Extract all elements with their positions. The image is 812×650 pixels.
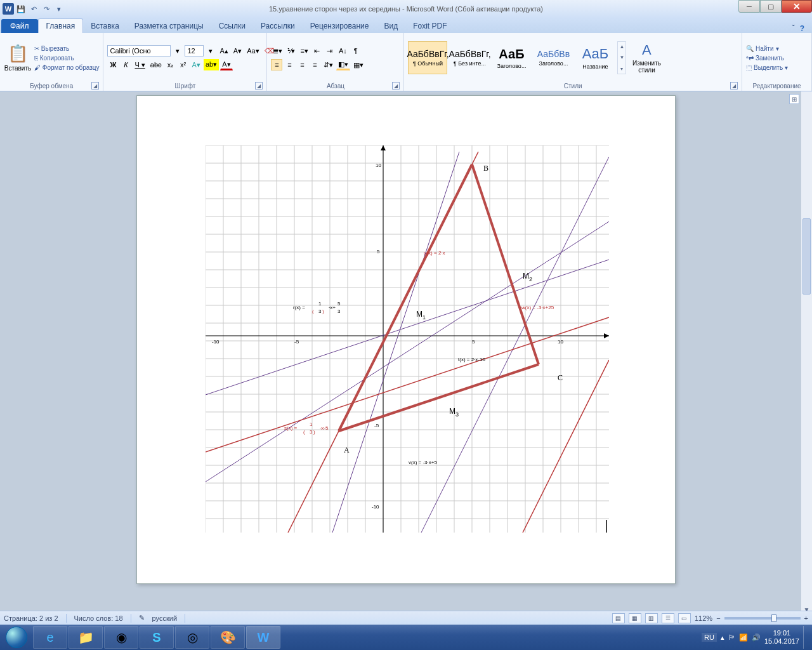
vertical-scrollbar[interactable]: ▼: [801, 91, 812, 614]
tab-foxit[interactable]: Foxit PDF: [405, 19, 454, 33]
select-button[interactable]: ⬚Выделить ▾: [746, 63, 788, 72]
style-heading2[interactable]: АаБбВвЗаголово...: [534, 41, 573, 74]
status-words[interactable]: Число слов: 18: [74, 614, 123, 622]
clipboard-dialog-icon[interactable]: ◢: [91, 82, 99, 90]
shading-icon[interactable]: ◧▾: [336, 59, 350, 70]
copy-button[interactable]: ⎘ Копировать: [34, 54, 99, 62]
font-color-icon[interactable]: A▾: [220, 59, 232, 70]
style-heading1[interactable]: АаБЗаголово...: [492, 41, 531, 74]
view-draft-icon[interactable]: ▭: [678, 613, 691, 623]
cut-button[interactable]: ✂ Вырезать: [34, 44, 99, 53]
strike-button[interactable]: abc: [148, 59, 164, 70]
taskbar-paint[interactable]: 🎨: [211, 626, 245, 649]
paste-button[interactable]: 📋 Вставить: [4, 34, 32, 81]
multilevel-icon[interactable]: ≡▾: [298, 45, 310, 56]
tab-insert[interactable]: Вставка: [83, 19, 127, 33]
align-left-icon[interactable]: ≡: [271, 59, 282, 70]
maximize-button[interactable]: ▢: [760, 0, 782, 13]
font-size-dropdown-icon[interactable]: ▾: [205, 45, 216, 56]
status-zoom[interactable]: 112%: [695, 614, 712, 622]
font-name-dropdown-icon[interactable]: ▾: [172, 45, 183, 56]
tab-references[interactable]: Ссылки: [211, 19, 253, 33]
taskbar-word[interactable]: W: [246, 626, 280, 649]
view-reading-icon[interactable]: ▦: [629, 613, 641, 623]
tab-pagelayout[interactable]: Разметка страницы: [127, 19, 211, 33]
tray-clock[interactable]: 19:01 15.04.2017: [764, 629, 799, 646]
view-print-layout-icon[interactable]: ▤: [612, 613, 625, 623]
sort-icon[interactable]: A↓: [337, 45, 349, 56]
tab-home[interactable]: Главная: [38, 18, 84, 33]
align-center-icon[interactable]: ≡: [284, 59, 295, 70]
line-spacing-icon[interactable]: ⇵▾: [322, 59, 335, 70]
status-lang[interactable]: русский: [152, 614, 177, 622]
bold-button[interactable]: Ж: [107, 59, 119, 70]
tray-lang[interactable]: RU: [702, 633, 717, 642]
help-icon[interactable]: ?: [800, 24, 804, 33]
proofing-icon[interactable]: ✎: [139, 614, 145, 622]
font-name-input[interactable]: [107, 45, 171, 56]
status-page[interactable]: Страница: 2 из 2: [4, 614, 58, 622]
style-nointerval[interactable]: АаБбВвГг,¶ Без инте...: [450, 41, 489, 74]
undo-icon[interactable]: ↶: [28, 3, 39, 15]
taskbar-chrome[interactable]: ◉: [104, 626, 138, 649]
paragraph-dialog-icon[interactable]: ◢: [392, 82, 400, 90]
underline-button[interactable]: Ч ▾: [133, 59, 147, 70]
find-button[interactable]: 🔍Найти ▾: [746, 44, 788, 53]
shrink-font-icon[interactable]: A▾: [232, 45, 244, 56]
borders-icon[interactable]: ▦▾: [351, 59, 365, 70]
chevron-more-icon[interactable]: ▾: [620, 66, 623, 72]
style-normal[interactable]: АаБбВвГг,¶ Обычный: [408, 41, 447, 74]
font-dialog-icon[interactable]: ◢: [255, 82, 263, 90]
indent-dec-icon[interactable]: ⇤: [311, 45, 323, 56]
qat-dropdown-icon[interactable]: ▾: [53, 3, 65, 15]
change-case-icon[interactable]: Aa▾: [245, 45, 261, 56]
styles-dialog-icon[interactable]: ◢: [730, 82, 738, 90]
view-outline-icon[interactable]: ☰: [662, 613, 674, 623]
tray-network-icon[interactable]: 📶: [739, 633, 748, 642]
highlight-icon[interactable]: ab▾: [204, 59, 219, 70]
redo-icon[interactable]: ↷: [41, 3, 52, 15]
show-marks-icon[interactable]: ¶: [350, 45, 362, 56]
chevron-up-icon[interactable]: ▲: [619, 44, 624, 50]
superscript-button[interactable]: x²: [178, 59, 189, 70]
tray-show-hidden-icon[interactable]: ▴: [721, 633, 724, 642]
tab-review[interactable]: Рецензирование: [303, 19, 377, 33]
save-icon[interactable]: 💾: [15, 3, 27, 15]
text-effects-icon[interactable]: A▾: [190, 59, 202, 70]
tray-flag-icon[interactable]: 🏳: [728, 633, 735, 641]
zoom-thumb[interactable]: [771, 614, 776, 622]
taskbar-skype[interactable]: S: [140, 626, 174, 649]
chevron-down-icon[interactable]: ▼: [619, 55, 624, 60]
taskbar-ie[interactable]: e: [33, 626, 67, 649]
indent-inc-icon[interactable]: ⇥: [324, 45, 336, 56]
change-styles-button[interactable]: A Изменить стили: [629, 41, 664, 75]
replace-button[interactable]: ᵃ⇄Заменить: [746, 54, 788, 62]
taskbar-app1[interactable]: ◎: [175, 626, 209, 649]
align-justify-icon[interactable]: ≡: [309, 59, 320, 70]
tab-file[interactable]: Файл: [1, 19, 38, 33]
styles-scroll[interactable]: ▲ ▼ ▾: [617, 41, 626, 74]
ruler-toggle-icon[interactable]: ⊞: [789, 94, 799, 104]
taskbar-explorer[interactable]: 📁: [69, 626, 103, 649]
minimize-ribbon-icon[interactable]: ˇ: [792, 24, 795, 33]
font-size-input[interactable]: [185, 45, 204, 56]
tab-view[interactable]: Вид: [376, 19, 405, 33]
numbering-icon[interactable]: ⅟▾: [285, 45, 297, 56]
zoom-in-button[interactable]: +: [804, 614, 808, 622]
bullets-icon[interactable]: ≣▾: [271, 45, 284, 56]
zoom-slider[interactable]: [724, 617, 801, 620]
minimize-button[interactable]: ─: [738, 0, 760, 13]
style-title[interactable]: АаБНазвание: [575, 41, 615, 74]
scrollbar-thumb[interactable]: [802, 218, 811, 295]
format-painter-button[interactable]: 🖌 Формат по образцу: [34, 63, 99, 72]
subscript-button[interactable]: x₂: [165, 59, 176, 70]
italic-button[interactable]: К: [120, 59, 131, 70]
start-button[interactable]: [1, 626, 32, 649]
align-right-icon[interactable]: ≡: [296, 59, 308, 70]
close-button[interactable]: ✕: [782, 0, 812, 13]
zoom-out-button[interactable]: −: [716, 614, 720, 622]
view-web-icon[interactable]: ▥: [645, 613, 658, 623]
show-desktop-button[interactable]: [803, 626, 808, 649]
grow-font-icon[interactable]: A▴: [218, 45, 230, 56]
tray-sound-icon[interactable]: 🔊: [752, 633, 761, 642]
